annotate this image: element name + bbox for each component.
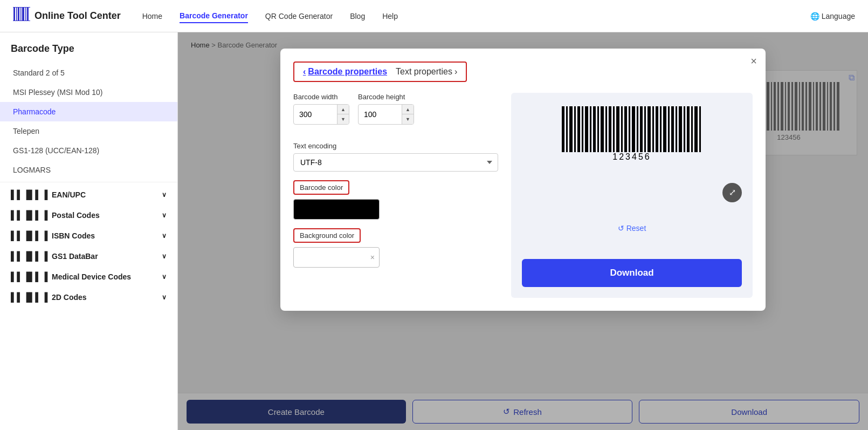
left-arrow-icon: ‹ <box>303 67 306 77</box>
tab-text-props-label: Text properties <box>396 67 452 77</box>
sidebar-item-gs1-128[interactable]: GS1-128 (UCC/EAN-128) <box>0 141 177 160</box>
sidebar-group-label: ISBN Codes <box>52 231 95 240</box>
svg-rect-8 <box>13 21 30 21</box>
text-encoding-label: Text encoding <box>293 142 498 150</box>
background-color-input[interactable]: × <box>293 247 380 268</box>
svg-rect-6 <box>27 8 29 21</box>
sidebar-item-label: Pharmacode <box>13 107 56 116</box>
svg-rect-43 <box>566 106 568 152</box>
svg-rect-76 <box>694 106 698 152</box>
svg-rect-44 <box>569 106 573 152</box>
barcode-icon: ▌▌▐▌▌▐ <box>11 251 47 261</box>
barcode-height-label: Barcode height <box>358 93 414 101</box>
sidebar-item-telepen[interactable]: Telepen <box>0 121 177 141</box>
sidebar-item-pharmacode[interactable]: Pharmacode <box>0 102 177 121</box>
svg-rect-48 <box>585 106 588 152</box>
svg-rect-52 <box>601 106 604 152</box>
barcode-width-label: Barcode width <box>293 93 349 101</box>
text-encoding-group: Text encoding UTF-8 ASCII ISO-8859-1 <box>293 142 498 172</box>
logo-text: Online Tool Center <box>35 10 121 22</box>
svg-rect-42 <box>562 106 564 152</box>
modal: × ‹ Barcode properties Text properties › <box>280 49 766 311</box>
zoom-button[interactable]: ⤢ <box>722 183 742 202</box>
background-color-label: Background color <box>293 228 361 243</box>
modal-right-panel: 123456 ⤢ ↺ Reset Download <box>511 93 753 298</box>
sidebar-group-medical[interactable]: ▌▌▐▌▌▐ Medical Device Codes ∨ <box>0 267 177 287</box>
svg-rect-71 <box>676 106 677 152</box>
sidebar-group-label: 2D Codes <box>52 293 87 302</box>
sidebar-title: Barcode Type <box>0 43 177 63</box>
svg-rect-70 <box>671 106 674 152</box>
reset-button[interactable]: ↺ Reset <box>618 224 646 233</box>
svg-rect-74 <box>687 106 690 152</box>
sidebar-group-ean[interactable]: ▌▌▐▌▌▐ EAN/UPC ∨ <box>0 185 177 205</box>
logo[interactable]: Online Tool Center <box>13 5 121 26</box>
barcode-icon: ▌▌▐▌▌▐ <box>11 210 47 220</box>
sidebar-group-label: Postal Codes <box>52 211 100 220</box>
sidebar-group-gs1[interactable]: ▌▌▐▌▌▐ GS1 DataBar ∨ <box>0 246 177 267</box>
sidebar-group-label: Medical Device Codes <box>52 272 131 281</box>
width-spin-up[interactable]: ▲ <box>337 105 349 114</box>
nav-barcode-generator[interactable]: Barcode Generator <box>180 9 248 23</box>
sidebar-item-standard[interactable]: Standard 2 of 5 <box>0 63 177 83</box>
svg-rect-47 <box>582 106 583 152</box>
chevron-down-icon: ∨ <box>162 211 167 219</box>
svg-rect-66 <box>656 106 658 152</box>
nav-help[interactable]: Help <box>382 10 398 23</box>
width-spin-down[interactable]: ▼ <box>337 114 349 124</box>
background-color-group: Background color × <box>293 228 498 268</box>
chevron-down-icon: ∨ <box>162 294 167 301</box>
modal-close-button[interactable]: × <box>750 55 757 67</box>
content-area: Home > Barcode Generator ⧉ <box>178 32 868 430</box>
barcode-height-input[interactable] <box>359 107 402 122</box>
svg-rect-7 <box>13 7 30 8</box>
nav-home[interactable]: Home <box>142 10 162 23</box>
svg-rect-64 <box>647 106 651 152</box>
svg-rect-58 <box>624 106 627 152</box>
chevron-down-icon: ∨ <box>162 232 167 240</box>
svg-rect-2 <box>18 8 19 21</box>
dimensions-row: Barcode width ▲ ▼ Barco <box>293 93 498 133</box>
main-layout: Barcode Type Standard 2 of 5 MSI Plessey… <box>0 32 868 430</box>
language-button[interactable]: 🌐 Language <box>810 12 855 21</box>
svg-rect-49 <box>590 106 591 152</box>
sidebar-group-2d[interactable]: ▌▌▐▌▌▐ 2D Codes ∨ <box>0 287 177 308</box>
svg-rect-72 <box>679 106 682 152</box>
barcode-width-input-wrap: ▲ ▼ <box>293 104 349 125</box>
sidebar-item-logmars[interactable]: LOGMARS <box>0 160 177 180</box>
svg-rect-59 <box>629 106 630 152</box>
tab-barcode-properties[interactable]: ‹ Barcode properties <box>303 67 387 77</box>
nav-qr-generator[interactable]: QR Code Generator <box>265 10 333 23</box>
chevron-down-icon: ∨ <box>162 191 167 199</box>
svg-rect-63 <box>644 106 646 152</box>
barcode-width-input[interactable] <box>294 107 337 122</box>
svg-rect-54 <box>609 106 611 152</box>
sidebar-group-postal[interactable]: ▌▌▐▌▌▐ Postal Codes ∨ <box>0 205 177 226</box>
reset-icon: ↺ <box>618 224 624 233</box>
svg-text:123456: 123456 <box>612 152 651 161</box>
sidebar-item-msi[interactable]: MSI Plessey (MSI Mod 10) <box>0 83 177 102</box>
height-spin-up[interactable]: ▲ <box>402 105 414 114</box>
height-spin-down[interactable]: ▼ <box>402 114 414 124</box>
barcode-icon: ▌▌▐▌▌▐ <box>11 292 47 302</box>
zoom-icon: ⤢ <box>729 187 736 197</box>
nav-blog[interactable]: Blog <box>350 10 365 23</box>
tab-text-properties[interactable]: Text properties › <box>396 67 457 77</box>
text-encoding-select[interactable]: UTF-8 ASCII ISO-8859-1 <box>293 153 498 172</box>
barcode-icon: ▌▌▐▌▌▐ <box>11 231 47 241</box>
sidebar: Barcode Type Standard 2 of 5 MSI Plessey… <box>0 32 178 430</box>
globe-icon: 🌐 <box>810 12 819 21</box>
sidebar-group-label: EAN/UPC <box>52 190 86 199</box>
logo-icon <box>13 5 30 26</box>
sidebar-item-label: LOGMARS <box>13 166 51 174</box>
svg-rect-62 <box>640 106 643 152</box>
bg-color-clear-button[interactable]: × <box>370 253 375 262</box>
svg-rect-68 <box>663 106 666 152</box>
sidebar-item-label: Standard 2 of 5 <box>13 69 65 77</box>
header: Online Tool Center Home Barcode Generato… <box>0 0 868 32</box>
barcode-color-swatch[interactable] <box>293 199 380 220</box>
sidebar-group-isbn[interactable]: ▌▌▐▌▌▐ ISBN Codes ∨ <box>0 226 177 246</box>
svg-rect-53 <box>605 106 607 152</box>
svg-rect-60 <box>632 106 635 152</box>
modal-download-button[interactable]: Download <box>522 259 742 287</box>
